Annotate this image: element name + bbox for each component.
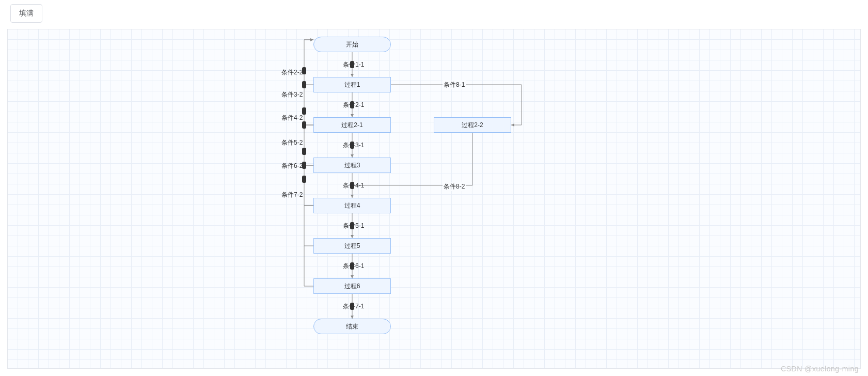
connection-port[interactable] [350,262,354,270]
connection-port[interactable] [350,61,354,68]
node-p1[interactable]: 过程1 [313,77,391,92]
node-label: 过程4 [344,201,360,210]
toolbar: 填满 [10,4,42,23]
connection-port[interactable] [302,176,306,183]
node-start[interactable]: 开始 [313,37,391,52]
fill-button[interactable]: 填满 [10,4,42,23]
node-end[interactable]: 结束 [313,319,391,334]
node-label: 开始 [346,40,358,49]
edges-layer [8,29,860,368]
flowchart-canvas[interactable]: 开始过程1过程2-1过程2-2过程3过程4过程5过程6结束 条件1-1条件2-1… [7,29,861,369]
connection-port[interactable] [302,162,306,169]
node-label: 结束 [346,322,358,331]
node-label: 过程2-2 [462,121,483,130]
node-label: 过程6 [344,282,360,291]
node-label: 过程1 [344,81,360,89]
connection-port[interactable] [302,121,306,129]
node-label: 过程5 [344,242,360,250]
connection-port[interactable] [350,101,354,108]
connection-port[interactable] [350,182,354,189]
node-p4[interactable]: 过程4 [313,198,391,213]
connection-port[interactable] [302,67,306,74]
node-p5[interactable]: 过程5 [313,238,391,254]
node-p6[interactable]: 过程6 [313,278,391,294]
node-p3[interactable]: 过程3 [313,158,391,173]
connection-port[interactable] [350,222,354,229]
node-p22[interactable]: 过程2-2 [434,117,511,133]
node-label: 过程2-1 [341,121,362,130]
connection-port[interactable] [350,303,354,310]
connection-port[interactable] [302,81,306,88]
connection-port[interactable] [302,148,306,155]
connection-port[interactable] [350,142,354,149]
connection-port[interactable] [302,107,306,115]
node-p21[interactable]: 过程2-1 [313,117,391,133]
node-label: 过程3 [344,161,360,170]
